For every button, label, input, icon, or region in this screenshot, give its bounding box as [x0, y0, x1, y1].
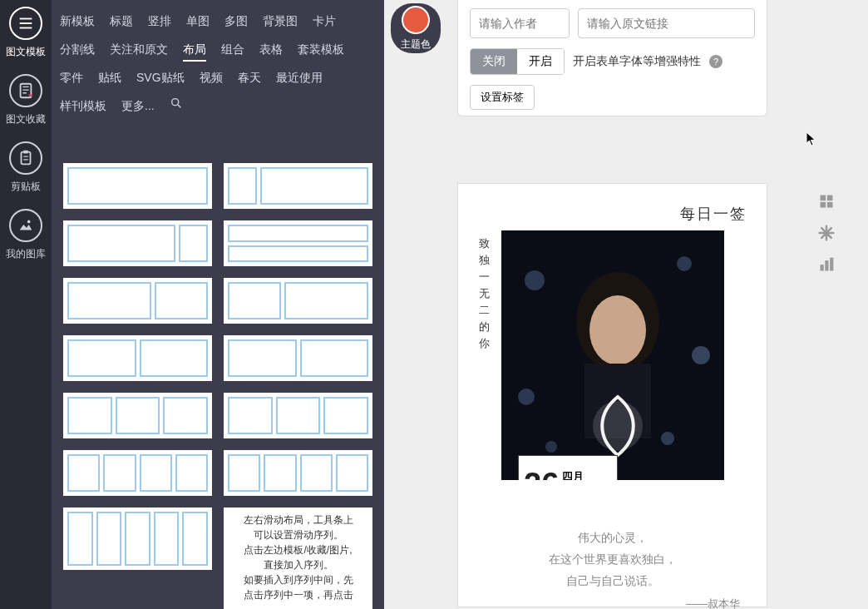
rail-gallery[interactable]: 我的图库 — [6, 209, 46, 261]
quote-l1: 伟大的心灵， — [478, 527, 747, 548]
nav-sticker[interactable]: 贴纸 — [98, 63, 121, 92]
nav-card[interactable]: 卡片 — [313, 7, 336, 35]
rail-favorites[interactable]: 图文收藏 — [6, 74, 46, 126]
cursor-icon — [806, 131, 817, 146]
quote-source: ——叔本华 — [478, 597, 747, 609]
toggle-off-button[interactable]: 关闭 — [471, 49, 517, 74]
svg-rect-23 — [821, 202, 826, 208]
nav-vertical[interactable]: 竖排 — [148, 7, 171, 35]
svg-rect-6 — [23, 151, 28, 154]
article-form: 关闭 开启 开启表单字体等增强特性 ? 设置标签 — [457, 0, 767, 116]
theme-swatch-icon — [402, 6, 430, 34]
search-icon — [170, 97, 183, 110]
nav-recent[interactable]: 最近使用 — [276, 63, 323, 92]
svg-point-20 — [593, 401, 643, 451]
preview-card[interactable]: 每日一签 致 独 一 无 二 的 你 26 四月 — [457, 183, 767, 607]
nav-multi[interactable]: 多图 — [224, 7, 248, 35]
help-icon[interactable]: ? — [709, 55, 723, 68]
nav-layout[interactable]: 布局 — [183, 35, 206, 63]
date-month: 四月 — [562, 469, 594, 480]
svg-rect-21 — [821, 196, 826, 201]
svg-rect-25 — [821, 265, 824, 271]
svg-rect-2 — [20, 27, 32, 29]
layout-1x1[interactable] — [63, 163, 212, 209]
nav-suite[interactable]: 套装模板 — [298, 35, 344, 63]
help-l5: 如要插入到序列中间，先 — [225, 572, 371, 587]
date-day: 26 — [524, 467, 559, 481]
svg-point-8 — [27, 220, 31, 224]
layout-5h[interactable] — [63, 508, 212, 570]
quote-block: 伟大的心灵， 在这个世界更喜欢独白， 自己与自己说话。 — [478, 527, 747, 592]
nav-title[interactable]: 标题 — [110, 7, 133, 35]
bars-icon[interactable] — [818, 256, 835, 273]
doc-star-icon — [9, 74, 42, 107]
layout-templates[interactable]: 左右滑动布局，工具条上 可以设置滑动序列。 点击左边模板/收藏/图片, 直接加入… — [52, 150, 384, 609]
clipboard-icon — [9, 141, 42, 175]
svg-point-13 — [692, 346, 710, 364]
date-box: 26 四月 星期日 — [518, 455, 618, 480]
nav-svg[interactable]: SVG贴纸 — [136, 63, 185, 92]
nav-follow[interactable]: 关注和原文 — [110, 35, 168, 63]
author-input[interactable] — [470, 8, 570, 38]
help-l3: 点击左边模板/收藏/图片, — [225, 542, 371, 557]
layout-3h[interactable] — [63, 393, 212, 438]
svg-rect-0 — [20, 18, 32, 20]
nav-search[interactable] — [170, 92, 183, 120]
nav-single[interactable]: 单图 — [186, 7, 210, 35]
asterisk-icon[interactable] — [818, 225, 835, 241]
help-l2: 可以设置滑动序列。 — [225, 527, 371, 542]
left-rail: 图文模板 图文收藏 剪贴板 我的图库 — [0, 0, 52, 609]
grid-view-icon[interactable] — [818, 193, 835, 210]
layout-2v[interactable] — [224, 220, 372, 266]
layout-2-1[interactable] — [63, 278, 212, 324]
layout-4h[interactable] — [63, 450, 212, 496]
svg-rect-22 — [827, 196, 833, 201]
enhance-toggle: 关闭 开启 — [470, 48, 565, 75]
nav-divider[interactable]: 分割线 — [60, 35, 95, 63]
svg-point-12 — [677, 256, 692, 271]
layout-2h[interactable] — [63, 335, 212, 381]
layout-1-3[interactable] — [224, 163, 372, 209]
layout-4h-b[interactable] — [224, 450, 372, 496]
layout-2h-b[interactable] — [224, 335, 372, 381]
photo-placeholder-icon — [501, 230, 724, 480]
layout-help-card[interactable]: 左右滑动布局，工具条上 可以设置滑动序列。 点击左边模板/收藏/图片, 直接加入… — [224, 508, 372, 609]
nav-video[interactable]: 视频 — [200, 63, 223, 92]
toggle-on-button[interactable]: 开启 — [517, 49, 564, 74]
svg-rect-5 — [22, 152, 31, 165]
nav-combo[interactable]: 组合 — [221, 35, 244, 63]
layout-3h-b[interactable] — [224, 393, 372, 438]
help-l4: 直接加入序列。 — [225, 557, 371, 572]
set-tag-button[interactable]: 设置标签 — [470, 85, 535, 110]
preview-photo: 26 四月 星期日 — [501, 230, 724, 480]
menu-icon — [9, 7, 42, 40]
theme-label: 主题色 — [401, 37, 431, 52]
rail-clipboard[interactable]: 剪贴板 — [9, 141, 42, 194]
nav-spring[interactable]: 春天 — [238, 63, 261, 92]
svg-point-11 — [525, 270, 545, 290]
svg-rect-24 — [827, 202, 833, 208]
svg-point-18 — [589, 295, 646, 365]
nav-new[interactable]: 新模板 — [60, 7, 95, 35]
vertical-text: 致 独 一 无 二 的 你 — [478, 230, 490, 480]
layout-3-1[interactable] — [63, 220, 212, 266]
nav-more[interactable]: 更多... — [121, 92, 155, 120]
svg-point-9 — [171, 99, 178, 106]
theme-color[interactable]: 主题色 — [391, 3, 441, 53]
image-icon — [9, 209, 42, 242]
nav-parts[interactable]: 零件 — [60, 63, 83, 92]
svg-point-15 — [661, 432, 674, 445]
rail-templates[interactable]: 图文模板 — [6, 7, 46, 59]
template-nav: 新模板 标题 竖排 单图 多图 背景图 卡片 分割线 关注和原文 布局 组合 表… — [52, 0, 384, 150]
layout-1-2[interactable] — [224, 278, 372, 324]
quote-l2: 在这个世界更喜欢独白， — [478, 548, 747, 570]
daily-title: 每日一签 — [478, 204, 747, 224]
rail-label: 图文收藏 — [6, 112, 46, 126]
source-link-input[interactable] — [578, 8, 755, 38]
help-l6: 点击序列中一项，再点击 — [225, 587, 371, 602]
svg-point-16 — [545, 441, 557, 453]
nav-bg[interactable]: 背景图 — [263, 7, 298, 35]
svg-point-14 — [518, 389, 535, 405]
nav-sample[interactable]: 样刊模板 — [60, 92, 106, 120]
nav-table[interactable]: 表格 — [259, 35, 283, 63]
